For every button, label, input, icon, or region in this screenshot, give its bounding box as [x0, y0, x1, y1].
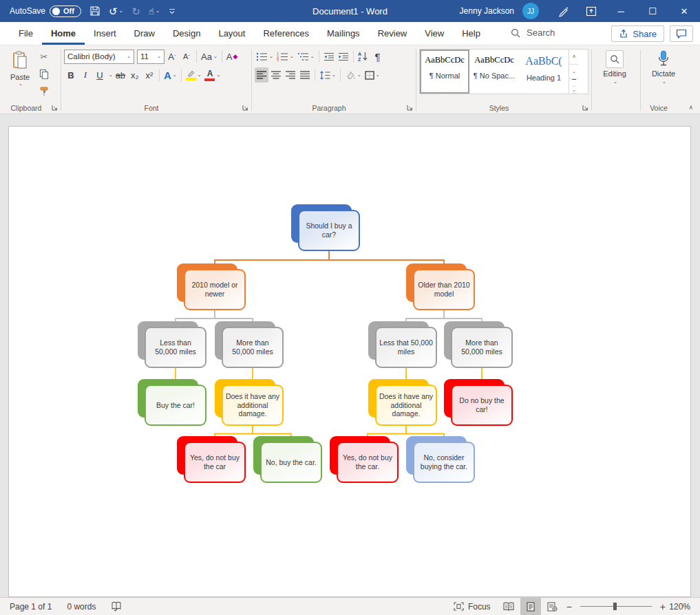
- undo-button[interactable]: ↺ ⌄: [109, 6, 123, 17]
- editor-pen-button[interactable]: [550, 0, 577, 22]
- flowchart-node-n10[interactable]: Does it have any additional damage.: [368, 379, 437, 426]
- decrease-indent-button[interactable]: [322, 49, 336, 64]
- search-box[interactable]: Search: [511, 28, 555, 38]
- zoom-slider[interactable]: [580, 606, 652, 607]
- change-case-button[interactable]: Aa⌄: [200, 49, 219, 64]
- styles-more-icon[interactable]: ⌄: [569, 79, 579, 94]
- zoom-slider-thumb[interactable]: [613, 603, 617, 610]
- format-painter-button[interactable]: [37, 83, 51, 98]
- zoom-level[interactable]: 120%: [668, 602, 700, 612]
- flowchart-node-n14[interactable]: Yes, do not buy the car.: [330, 436, 399, 483]
- save-icon[interactable]: [89, 6, 100, 17]
- style-card--normal[interactable]: AaBbCcDc¶ Normal: [420, 50, 469, 94]
- flowchart-node-n11[interactable]: Do no buy the car!: [444, 379, 513, 426]
- web-layout-button[interactable]: [541, 598, 564, 615]
- line-spacing-button[interactable]: ⌄: [318, 67, 337, 83]
- styles-dialog-launcher-icon[interactable]: [582, 105, 588, 111]
- tab-file[interactable]: File: [10, 22, 42, 45]
- zoom-in-button[interactable]: +: [657, 598, 668, 615]
- style-card-heading-1[interactable]: AaBbC(Heading 1: [519, 50, 569, 94]
- close-button[interactable]: ✕: [668, 0, 700, 22]
- user-name[interactable]: Jenny Jackson: [460, 6, 514, 16]
- flowchart-node-n8[interactable]: Buy the car!: [138, 379, 206, 426]
- underline-button[interactable]: U: [93, 67, 107, 83]
- numbering-button[interactable]: 123 ⌄: [275, 49, 295, 64]
- redo-button[interactable]: ↻: [131, 6, 140, 17]
- align-right-button[interactable]: [284, 67, 297, 83]
- text-highlight-button[interactable]: ⌄: [184, 67, 203, 83]
- print-layout-button[interactable]: [520, 598, 541, 615]
- flowchart-node-n12[interactable]: Yes, do not buy the car: [177, 436, 246, 483]
- read-mode-button[interactable]: [497, 598, 520, 615]
- tab-layout[interactable]: Layout: [209, 22, 254, 45]
- text-effects-button[interactable]: A⌄: [162, 67, 178, 83]
- paste-button[interactable]: Paste ⌄: [4, 49, 36, 98]
- zoom-out-button[interactable]: −: [564, 598, 575, 615]
- font-size-combobox[interactable]: 11 ⌄: [137, 50, 165, 64]
- subscript-button[interactable]: x₂: [128, 67, 142, 83]
- collapse-ribbon-button[interactable]: ∧: [688, 104, 693, 111]
- flowchart-node-n9[interactable]: Does it have any additional damage.: [215, 379, 284, 426]
- flowchart-node-n4[interactable]: Less than 50,000 miles: [138, 321, 206, 368]
- show-formatting-marks-button[interactable]: ¶: [371, 49, 385, 64]
- clipboard-dialog-launcher-icon[interactable]: [52, 105, 58, 111]
- word-count[interactable]: 0 words: [67, 602, 96, 612]
- cut-button[interactable]: ✂: [37, 49, 51, 64]
- chevron-down-icon[interactable]: ⌄: [109, 72, 113, 78]
- shading-button[interactable]: ⌄: [343, 67, 363, 83]
- tab-home[interactable]: Home: [42, 22, 85, 45]
- comments-button[interactable]: [670, 25, 693, 42]
- copy-button[interactable]: [37, 66, 51, 81]
- strikethrough-button[interactable]: ab: [114, 67, 127, 83]
- shrink-font-button[interactable]: Aˇ: [180, 49, 193, 64]
- tab-view[interactable]: View: [416, 22, 453, 45]
- flowchart-node-n15[interactable]: No, consider buying the car.: [406, 436, 475, 483]
- bullets-button[interactable]: ⌄: [255, 49, 275, 64]
- autosave-toggle[interactable]: AutoSave Off: [10, 6, 81, 17]
- quick-access-customize-button[interactable]: [168, 8, 176, 15]
- flowchart-node-n1[interactable]: Should I buy a car?: [291, 204, 360, 251]
- clear-formatting-button[interactable]: A◆: [225, 49, 240, 64]
- focus-button[interactable]: Focus: [447, 598, 497, 615]
- styles-scroll-down-icon[interactable]: ⌄: [569, 65, 579, 80]
- tab-design[interactable]: Design: [164, 22, 209, 45]
- increase-indent-button[interactable]: [337, 49, 350, 64]
- flowchart-node-n5[interactable]: More than 50,000 miles: [215, 321, 284, 368]
- justify-button[interactable]: [298, 67, 312, 83]
- tab-insert[interactable]: Insert: [85, 22, 125, 45]
- tab-references[interactable]: References: [254, 22, 317, 45]
- minimize-button[interactable]: ─: [605, 0, 637, 22]
- borders-button[interactable]: ⌄: [363, 67, 381, 83]
- flowchart-node-n13[interactable]: No, buy the car.: [253, 436, 322, 483]
- flowchart-node-n3[interactable]: Older than 2010 model: [406, 263, 475, 310]
- font-color-button[interactable]: A ⌄: [203, 67, 222, 83]
- italic-button[interactable]: I: [78, 67, 92, 83]
- style-card--no-spac-[interactable]: AaBbCcDc¶ No Spac...: [469, 50, 519, 94]
- proofing-status-icon[interactable]: [111, 601, 122, 612]
- tab-draw[interactable]: Draw: [125, 22, 164, 45]
- touch-mouse-mode-button[interactable]: ☝ ⌄: [149, 7, 160, 16]
- font-dialog-launcher-icon[interactable]: [242, 105, 248, 111]
- editing-button[interactable]: Editing ⌄: [595, 49, 635, 85]
- sort-button[interactable]: AZ: [357, 49, 370, 64]
- tab-review[interactable]: Review: [369, 22, 416, 45]
- align-left-button[interactable]: [255, 67, 268, 83]
- font-name-combobox[interactable]: Calibri (Body) ⌄: [64, 50, 134, 64]
- align-center-button[interactable]: [269, 67, 283, 83]
- page-indicator[interactable]: Page 1 of 1: [10, 602, 52, 612]
- avatar[interactable]: JJ: [522, 3, 539, 19]
- flowchart-node-n6[interactable]: Less that 50,000 miles: [368, 321, 437, 368]
- share-button[interactable]: Share: [611, 25, 664, 42]
- dictate-button[interactable]: Dictate ⌄: [644, 49, 683, 85]
- flowchart-node-n7[interactable]: More than 50,000 miles: [444, 321, 513, 368]
- tab-mailings[interactable]: Mailings: [318, 22, 369, 45]
- multilevel-list-button[interactable]: ⌄: [296, 49, 316, 64]
- ribbon-display-options-button[interactable]: [577, 0, 605, 22]
- grow-font-button[interactable]: Aˆ: [165, 49, 179, 64]
- tab-help[interactable]: Help: [453, 22, 489, 45]
- maximize-button[interactable]: ☐: [637, 0, 668, 22]
- superscript-button[interactable]: x²: [142, 67, 156, 83]
- flowchart-node-n2[interactable]: 2010 model or newer: [177, 263, 246, 310]
- bold-button[interactable]: B: [64, 67, 78, 83]
- paragraph-dialog-launcher-icon[interactable]: [407, 105, 413, 111]
